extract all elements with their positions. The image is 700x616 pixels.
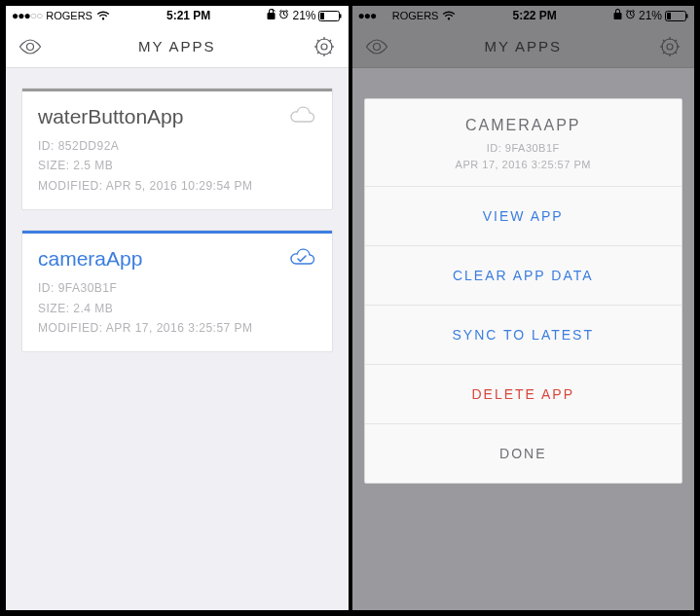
- nav-title: MY APPS: [138, 38, 216, 54]
- svg-line-30: [675, 39, 677, 41]
- screen-action-sheet: ●●●○○ ROGERS 5:22 PM 21% MY APPS CAMERAA…: [350, 4, 697, 612]
- alarm-icon: [278, 9, 289, 22]
- carrier-label: ROGERS: [46, 10, 92, 21]
- battery-icon: [318, 11, 342, 21]
- delete-app-button[interactable]: DELETE APP: [365, 365, 682, 424]
- gear-icon[interactable]: [657, 34, 682, 59]
- lock-icon: [267, 9, 276, 22]
- gear-icon[interactable]: [312, 34, 337, 59]
- svg-line-29: [663, 52, 665, 54]
- carrier-label: ROGERS: [392, 10, 439, 21]
- view-app-button[interactable]: VIEW APP: [365, 187, 682, 246]
- svg-rect-3: [320, 13, 324, 19]
- nav-bar: MY APPS: [6, 25, 349, 68]
- cloud-check-icon: [287, 247, 316, 271]
- app-title: cameraApp: [38, 247, 142, 271]
- sheet-id: ID: 9FA30B1F: [377, 140, 671, 157]
- app-modified: MODIFIED: APR 5, 2016 10:29:54 PM: [38, 176, 316, 196]
- svg-line-14: [316, 52, 318, 54]
- svg-point-22: [667, 44, 673, 50]
- sheet-title: CAMERAAPP: [377, 117, 671, 134]
- app-id: ID: 852DD92A: [38, 136, 316, 156]
- eye-icon[interactable]: [364, 34, 389, 59]
- clear-app-data-button[interactable]: CLEAR APP DATA: [365, 246, 682, 306]
- eye-icon[interactable]: [18, 34, 43, 59]
- status-bar: ●●●○○ ROGERS 5:21 PM 21%: [6, 6, 349, 25]
- battery-percent: 21%: [639, 9, 662, 22]
- app-title: waterButtonApp: [38, 105, 183, 128]
- signal-dots-icon: ●●●○○: [358, 9, 388, 22]
- svg-line-27: [663, 39, 665, 41]
- battery-icon: [665, 11, 688, 21]
- svg-rect-18: [667, 13, 671, 19]
- svg-point-5: [27, 43, 34, 50]
- svg-rect-4: [340, 14, 342, 18]
- app-card[interactable]: cameraApp ID: 9FA30B1F SIZE: 2.4 MB MODI…: [21, 230, 333, 352]
- status-time: 5:22 PM: [513, 9, 557, 22]
- app-card[interactable]: waterButtonApp ID: 852DD92A SIZE: 2.5 MB…: [21, 88, 333, 210]
- sync-to-latest-button[interactable]: SYNC TO LATEST: [365, 306, 682, 365]
- svg-point-20: [373, 43, 380, 50]
- done-button[interactable]: DONE: [365, 424, 682, 483]
- svg-line-15: [329, 39, 331, 41]
- app-list: waterButtonApp ID: 852DD92A SIZE: 2.5 MB…: [6, 68, 349, 610]
- status-bar: ●●●○○ ROGERS 5:22 PM 21%: [352, 6, 695, 25]
- screen-list: ●●●○○ ROGERS 5:21 PM 21% MY APPS: [4, 4, 350, 612]
- lock-icon: [613, 9, 622, 22]
- action-sheet: CAMERAAPP ID: 9FA30B1F APR 17, 2016 3:25…: [364, 98, 683, 484]
- sheet-date: APR 17, 2016 3:25:57 PM: [377, 157, 671, 173]
- sheet-header: CAMERAAPP ID: 9FA30B1F APR 17, 2016 3:25…: [365, 99, 682, 187]
- battery-percent: 21%: [292, 9, 315, 22]
- nav-title: MY APPS: [484, 38, 562, 54]
- wifi-icon: [442, 11, 456, 20]
- svg-line-13: [329, 52, 331, 54]
- svg-rect-19: [686, 14, 688, 18]
- app-size: SIZE: 2.4 MB: [38, 299, 316, 318]
- svg-line-28: [675, 52, 677, 54]
- app-size: SIZE: 2.5 MB: [38, 156, 316, 175]
- wifi-icon: [96, 11, 110, 20]
- svg-line-12: [316, 39, 318, 41]
- alarm-icon: [625, 9, 636, 22]
- signal-dots-icon: ●●●○○: [12, 9, 42, 22]
- app-id: ID: 9FA30B1F: [38, 278, 316, 298]
- nav-bar: MY APPS: [352, 25, 695, 68]
- svg-point-7: [321, 44, 327, 50]
- status-time: 5:21 PM: [166, 9, 210, 22]
- cloud-icon: [287, 105, 316, 128]
- app-modified: MODIFIED: APR 17, 2016 3:25:57 PM: [38, 318, 316, 338]
